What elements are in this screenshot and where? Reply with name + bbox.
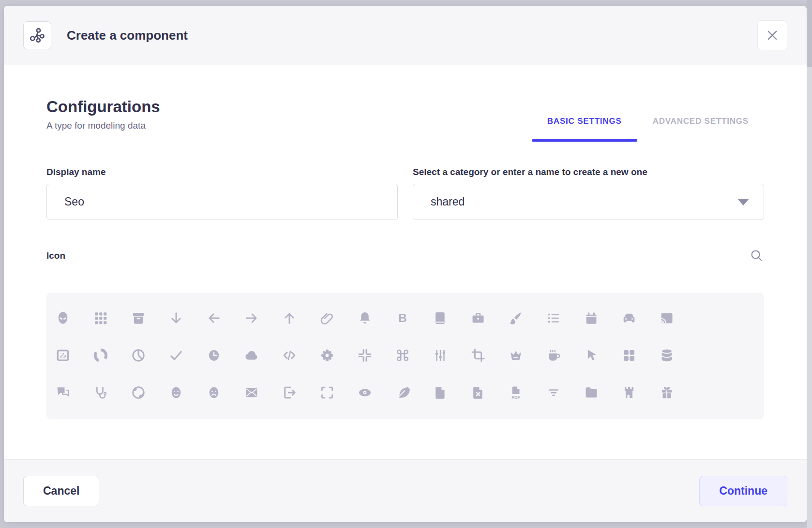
icon-picker-head: Icon xyxy=(46,248,764,263)
icon-grid-row: PDF xyxy=(55,385,755,400)
envelop-icon[interactable] xyxy=(244,385,259,400)
close-icon xyxy=(766,29,779,42)
chart-pie-icon[interactable] xyxy=(131,348,146,363)
cloud-icon[interactable] xyxy=(244,348,259,363)
doctor-icon[interactable] xyxy=(93,385,108,400)
crown-icon[interactable] xyxy=(508,348,524,363)
section-title-block: Configurations A type for modeling data xyxy=(46,97,160,141)
apps-icon[interactable] xyxy=(93,310,108,326)
check-icon[interactable] xyxy=(168,348,184,363)
brush-icon[interactable] xyxy=(508,310,524,326)
filter-icon[interactable] xyxy=(546,385,561,400)
category-label: Select a category or enter a name to cre… xyxy=(413,167,764,177)
arrow-up-icon[interactable] xyxy=(282,310,297,326)
crop-icon[interactable] xyxy=(470,348,486,363)
connector-icon[interactable] xyxy=(433,348,448,363)
file-pdf-icon[interactable]: PDF xyxy=(508,385,524,400)
modal-body: Configurations A type for modeling data … xyxy=(4,65,807,459)
icon-picker-label: Icon xyxy=(46,250,65,261)
archive-icon[interactable] xyxy=(131,310,146,326)
database-icon[interactable] xyxy=(659,348,675,363)
scrollbar-thumb[interactable] xyxy=(807,0,812,67)
emotion-unhappy-icon[interactable] xyxy=(206,385,222,400)
modal-title: Create a component xyxy=(67,28,188,43)
continue-button[interactable]: Continue xyxy=(699,476,787,506)
scrollbar[interactable] xyxy=(807,0,812,528)
book-icon[interactable] xyxy=(433,310,448,326)
calendar-icon[interactable] xyxy=(584,310,599,326)
cog-icon[interactable] xyxy=(319,348,335,363)
tab-basic-settings[interactable]: BASIC SETTINGS xyxy=(532,117,637,141)
file-icon[interactable] xyxy=(433,385,448,400)
briefcase-icon[interactable] xyxy=(470,310,486,326)
modal-footer: Cancel Continue xyxy=(4,459,807,522)
close-button[interactable] xyxy=(757,20,787,50)
category-selected-value: shared xyxy=(431,195,465,208)
chart-bubble-icon[interactable] xyxy=(55,348,71,363)
file-error-icon[interactable] xyxy=(470,385,486,400)
gift-icon[interactable] xyxy=(659,385,675,400)
code-icon[interactable] xyxy=(282,348,297,363)
cup-icon[interactable] xyxy=(546,348,561,363)
emotion-happy-icon[interactable] xyxy=(168,385,184,400)
dashboard-icon[interactable] xyxy=(621,348,637,363)
page-subtitle: A type for modeling data xyxy=(46,120,160,131)
svg-text:PDF: PDF xyxy=(511,395,520,400)
chart-circle-icon[interactable] xyxy=(93,348,108,363)
tab-advanced-settings[interactable]: ADVANCED SETTINGS xyxy=(637,117,764,141)
bold-icon[interactable]: B xyxy=(395,310,410,326)
icon-grid-row: B xyxy=(55,310,755,326)
modal-header: Create a component xyxy=(4,6,807,65)
cast-icon[interactable] xyxy=(659,310,675,326)
category-field-group: Select a category or enter a name to cre… xyxy=(413,167,764,220)
car-icon[interactable] xyxy=(621,310,637,326)
expand-icon[interactable] xyxy=(319,385,335,400)
icon-grid-row xyxy=(55,348,755,363)
display-name-field-group: Display name xyxy=(46,167,398,220)
collapse-icon[interactable] xyxy=(357,348,373,363)
search-icon[interactable] xyxy=(749,248,764,263)
earth-icon[interactable] xyxy=(131,385,146,400)
attachment-icon[interactable] xyxy=(319,310,335,326)
feather-icon[interactable] xyxy=(395,385,410,400)
exit-icon[interactable] xyxy=(282,385,297,400)
cursor-icon[interactable] xyxy=(584,348,599,363)
display-name-label: Display name xyxy=(46,167,398,177)
bullet-list-icon[interactable] xyxy=(546,310,561,326)
command-icon[interactable] xyxy=(395,348,410,363)
category-select[interactable]: shared xyxy=(413,184,764,220)
bell-icon[interactable] xyxy=(357,310,373,326)
svg-text:B: B xyxy=(398,311,406,324)
gate-icon[interactable] xyxy=(621,385,637,400)
cancel-button[interactable]: Cancel xyxy=(23,476,99,506)
form-grid: Display name Select a category or enter … xyxy=(46,167,764,220)
eye-icon[interactable] xyxy=(357,385,373,400)
component-icon xyxy=(23,21,51,49)
folder-icon[interactable] xyxy=(584,385,599,400)
icon-grid: BPDF xyxy=(46,293,764,419)
section-head: Configurations A type for modeling data … xyxy=(46,97,764,141)
discuss-icon[interactable] xyxy=(55,385,71,400)
arrow-down-icon[interactable] xyxy=(168,310,184,326)
arrow-right-icon[interactable] xyxy=(244,310,259,326)
clock-icon[interactable] xyxy=(206,348,222,363)
display-name-input[interactable] xyxy=(46,184,398,220)
alien-icon[interactable] xyxy=(55,310,71,326)
create-component-modal: Create a component Configurations A type… xyxy=(4,6,807,522)
settings-tabs: BASIC SETTINGS ADVANCED SETTINGS xyxy=(532,117,764,141)
page-title: Configurations xyxy=(46,97,160,117)
arrow-left-icon[interactable] xyxy=(206,310,222,326)
chevron-down-icon xyxy=(737,199,749,205)
